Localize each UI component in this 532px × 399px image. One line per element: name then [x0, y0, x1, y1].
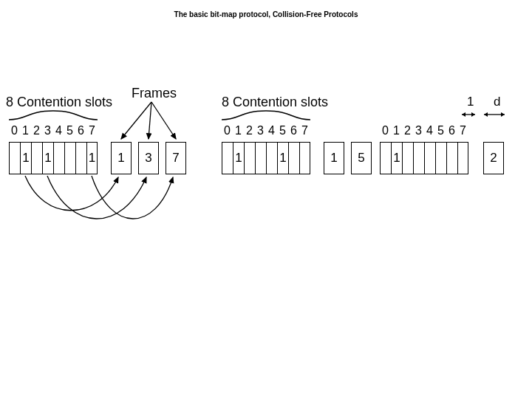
- frames-block-2: 1 5: [324, 142, 372, 174]
- slotnum: 0: [222, 124, 233, 137]
- slotnum: 0: [380, 124, 391, 137]
- contention-label-1: 8 Contention slots: [6, 95, 112, 110]
- slot: [424, 142, 435, 174]
- svg-marker-5: [501, 112, 505, 117]
- slot: [53, 142, 64, 174]
- slot: 1: [277, 142, 288, 174]
- slot: [380, 142, 391, 174]
- slot-numbers-2: 0 1 2 3 4 5 6 7: [222, 124, 310, 137]
- slotnum: 3: [42, 124, 53, 137]
- slot: [288, 142, 299, 174]
- slotnum: 5: [435, 124, 446, 137]
- slot: [255, 142, 266, 174]
- slot: [266, 142, 277, 174]
- page-title: The basic bit-map protocol, Collision-Fr…: [174, 10, 358, 18]
- slotnum: 7: [86, 124, 98, 137]
- slotnum: 1: [391, 124, 402, 137]
- slotnum: 4: [266, 124, 277, 137]
- slotnum: 3: [413, 124, 424, 137]
- svg-marker-1: [462, 112, 466, 117]
- frame: 1: [324, 142, 344, 174]
- slotnum: 4: [424, 124, 435, 137]
- slot: [299, 142, 310, 174]
- slot: [222, 142, 233, 174]
- frames-label: Frames: [132, 86, 177, 101]
- svg-line-7: [149, 102, 151, 139]
- slotnum: 6: [75, 124, 86, 137]
- slot: 1: [20, 142, 31, 174]
- slot: [244, 142, 255, 174]
- slot: [75, 142, 86, 174]
- slotnum: 7: [299, 124, 310, 137]
- svg-line-8: [151, 102, 176, 139]
- slot: [9, 142, 20, 174]
- slot: 1: [391, 142, 402, 174]
- contention-slots-1: 1 1 1: [9, 142, 98, 174]
- slotnum: 0: [9, 124, 20, 137]
- slot: [457, 142, 468, 174]
- slotnum: 2: [244, 124, 255, 137]
- frame: 7: [166, 142, 186, 174]
- slot: 1: [86, 142, 98, 174]
- contention-label-2: 8 Contention slots: [222, 95, 328, 110]
- contention-slots-3: 1: [380, 142, 468, 174]
- slot: [64, 142, 75, 174]
- slot-numbers-3: 0 1 2 3 4 5 6 7: [380, 124, 468, 137]
- svg-marker-2: [471, 112, 475, 117]
- svg-line-6: [121, 102, 151, 139]
- brace-1: [9, 109, 98, 121]
- slot: 1: [42, 142, 53, 174]
- dim-1-label: 1: [467, 95, 474, 109]
- slot: [435, 142, 446, 174]
- frame: 2: [483, 142, 504, 174]
- svg-marker-4: [484, 112, 488, 117]
- brace-2: [222, 109, 310, 121]
- dim-d-label: d: [494, 95, 500, 109]
- slot: 1: [233, 142, 244, 174]
- frames-block-1: 1 3 7: [111, 142, 186, 174]
- slot: [413, 142, 424, 174]
- slot-numbers-1: 0 1 2 3 4 5 6 7: [9, 124, 98, 137]
- slotnum: 1: [20, 124, 31, 137]
- slotnum: 6: [288, 124, 299, 137]
- contention-slots-2: 1 1: [222, 142, 310, 174]
- slotnum: 3: [255, 124, 266, 137]
- slotnum: 2: [31, 124, 42, 137]
- slot: [446, 142, 457, 174]
- slot: [31, 142, 42, 174]
- slotnum: 1: [233, 124, 244, 137]
- frames-block-3: 2: [483, 142, 504, 174]
- frame: 1: [111, 142, 132, 174]
- slotnum: 5: [64, 124, 75, 137]
- dim-arrows: [462, 109, 528, 120]
- slot: [402, 142, 413, 174]
- slotnum: 2: [402, 124, 413, 137]
- frame: 3: [138, 142, 159, 174]
- slotnum: 5: [277, 124, 288, 137]
- slotnum: 7: [457, 124, 468, 137]
- frame: 5: [351, 142, 372, 174]
- slotnum: 4: [53, 124, 64, 137]
- slotnum: 6: [446, 124, 457, 137]
